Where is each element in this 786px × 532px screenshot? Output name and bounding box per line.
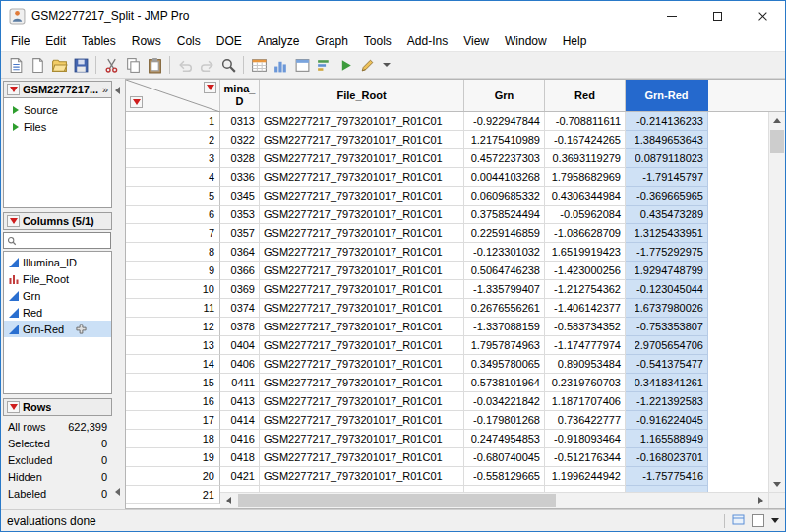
row-number[interactable]: 7 xyxy=(126,224,220,243)
scroll-down-button[interactable] xyxy=(769,476,785,492)
cell-red[interactable]: -1.406142377 xyxy=(545,299,626,318)
cell-id[interactable]: 0366 xyxy=(220,262,260,280)
sort-icon[interactable] xyxy=(313,54,334,76)
cell-id[interactable]: 0406 xyxy=(220,355,260,374)
cell-red[interactable]: -0.05962084 xyxy=(545,206,626,224)
cell-grn[interactable]: 0.0044103268 xyxy=(464,168,545,187)
cell-grn[interactable]: 0.0609685332 xyxy=(464,187,545,206)
sidebar-splitter[interactable] xyxy=(112,79,125,509)
cell-id[interactable]: 0404 xyxy=(220,336,260,355)
row-number[interactable]: 1 xyxy=(126,112,220,131)
cell-red[interactable]: 0.890953484 xyxy=(545,355,626,374)
cell-grnred[interactable]: 1.165588949 xyxy=(626,430,708,448)
cell-file[interactable]: GSM2277217_7973201017_R01C01 xyxy=(260,374,464,392)
cell-file[interactable]: GSM2277217_7973201017_R01C01 xyxy=(260,448,464,467)
paste-icon[interactable] xyxy=(144,54,165,76)
cell-grn[interactable]: 1.7957874963 xyxy=(464,336,545,355)
columns-panel-item-grn-red[interactable]: Grn-Red xyxy=(4,321,111,337)
cell-red[interactable]: -0.512176344 xyxy=(545,448,626,467)
cell-id[interactable]: 0414 xyxy=(220,411,260,430)
horizontal-scroll-thumb[interactable] xyxy=(238,494,556,507)
open-icon[interactable] xyxy=(48,54,70,76)
cell-grnred[interactable]: -1.775292975 xyxy=(626,243,708,262)
cell-red[interactable]: 0.4306344984 xyxy=(545,187,626,206)
menu-file[interactable]: File xyxy=(3,31,37,51)
column-header-id[interactable]: mina_D xyxy=(220,80,260,111)
distribution-icon[interactable] xyxy=(270,54,291,76)
cell-id[interactable]: 0411 xyxy=(220,374,260,392)
cell-id[interactable]: 0313 xyxy=(220,112,260,131)
menu-window[interactable]: Window xyxy=(497,31,555,51)
cell-grnred[interactable]: -0.214136233 xyxy=(626,112,708,131)
sidebar-collapse-arrow-top[interactable] xyxy=(115,87,120,94)
cell-red[interactable]: 1.6519919423 xyxy=(545,243,626,262)
cell-red[interactable]: 0.3693119279 xyxy=(545,149,626,168)
cell-id[interactable]: 0416 xyxy=(220,430,260,448)
cell-id[interactable]: 0322 xyxy=(220,131,260,149)
row-number[interactable]: 19 xyxy=(126,448,220,467)
cell-red[interactable]: -0.583734352 xyxy=(545,318,626,336)
cell-id[interactable]: 0357 xyxy=(220,224,260,243)
row-number[interactable]: 16 xyxy=(126,392,220,411)
vertical-scroll-thumb[interactable] xyxy=(770,130,784,153)
cell-file[interactable]: GSM2277217_7973201017_R01C01 xyxy=(260,467,464,486)
row-number[interactable]: 11 xyxy=(126,299,220,318)
cell-red[interactable]: 0.736422777 xyxy=(545,411,626,430)
sidebar-collapse-arrow-bottom[interactable] xyxy=(115,488,120,496)
cell-red[interactable]: 0.2319760703 xyxy=(545,374,626,392)
cell-file[interactable]: GSM2277217_7973201017_R01C01 xyxy=(260,336,464,355)
cell-id[interactable]: 0418 xyxy=(220,448,260,467)
rows-red-triangle-button[interactable] xyxy=(7,401,20,413)
cell-file[interactable]: GSM2277217_7973201017_R01C01 xyxy=(260,224,464,243)
cell-id[interactable]: 0369 xyxy=(220,280,260,299)
cell-red[interactable]: -0.918093464 xyxy=(545,430,626,448)
cell-file[interactable]: GSM2277217_7973201017_R01C01 xyxy=(260,149,464,168)
cell-grnred[interactable]: -1.221392583 xyxy=(626,392,708,411)
row-number[interactable]: 12 xyxy=(126,318,220,336)
columns-panel-item-grn[interactable]: Grn xyxy=(4,287,111,304)
cell-file[interactable]: GSM2277217_7973201017_R01C01 xyxy=(260,430,464,448)
column-header-red[interactable]: Red xyxy=(545,80,626,111)
cell-id[interactable]: 0374 xyxy=(220,299,260,318)
menu-tables[interactable]: Tables xyxy=(74,31,124,51)
cell-grn[interactable]: -0.034221842 xyxy=(464,392,545,411)
columns-menu-red-triangle[interactable] xyxy=(204,82,216,93)
cell-grn[interactable]: -0.558129665 xyxy=(464,467,545,486)
script-editor-icon[interactable] xyxy=(356,54,378,76)
row-number[interactable]: 14 xyxy=(126,355,220,374)
scroll-right-button[interactable] xyxy=(753,493,768,508)
cell-grn[interactable]: 0.2259146859 xyxy=(464,224,545,243)
columns-panel-item-illumina-id[interactable]: Illumina_ID xyxy=(4,254,111,270)
save-icon[interactable] xyxy=(70,54,91,76)
cell-file[interactable]: GSM2277217_7973201017_R01C01 xyxy=(260,168,464,187)
cell-id[interactable]: 0378 xyxy=(220,318,260,336)
cell-grn[interactable]: 0.5064746238 xyxy=(464,262,545,280)
maximize-button[interactable] xyxy=(695,1,740,30)
menu-edit[interactable]: Edit xyxy=(37,31,74,51)
cell-grnred[interactable]: 1.6737980026 xyxy=(626,299,708,318)
row-number[interactable]: 20 xyxy=(126,467,220,486)
zoom-icon[interactable] xyxy=(217,54,239,76)
cell-red[interactable]: -1.212754362 xyxy=(545,280,626,299)
row-number[interactable]: 21 xyxy=(126,486,220,504)
cell-red[interactable]: 1.1996244942 xyxy=(545,467,626,486)
menu-cols[interactable]: Cols xyxy=(169,31,209,51)
cell-grn[interactable]: -0.179801268 xyxy=(464,411,545,430)
cell-grn[interactable]: 0.2676556261 xyxy=(464,299,545,318)
cell-file[interactable]: GSM2277217_7973201017_R01C01 xyxy=(260,243,464,262)
cell-grnred[interactable]: -0.541375477 xyxy=(626,355,708,374)
cut-icon[interactable] xyxy=(100,54,122,76)
column-header-grnred[interactable]: Grn-Red xyxy=(626,80,708,111)
cell-file[interactable]: GSM2277217_7973201017_R01C01 xyxy=(260,411,464,430)
cell-file[interactable]: GSM2277217_7973201017_R01C01 xyxy=(260,131,464,149)
cell-grn[interactable]: 0.3758524494 xyxy=(464,206,545,224)
cell-grnred[interactable]: 1.3125433951 xyxy=(626,224,708,243)
cell-grnred[interactable]: -0.168023701 xyxy=(626,448,708,467)
cell-file[interactable]: GSM2277217_7973201017_R01C01 xyxy=(260,206,464,224)
cell-grnred[interactable]: 1.3849653643 xyxy=(626,131,708,149)
row-number[interactable]: 2 xyxy=(126,131,220,149)
run-script-icon[interactable] xyxy=(334,54,356,76)
cell-grn[interactable]: -1.337088159 xyxy=(464,318,545,336)
cell-grnred[interactable]: -0.369665965 xyxy=(626,187,708,206)
new-window-icon[interactable] xyxy=(291,54,313,76)
